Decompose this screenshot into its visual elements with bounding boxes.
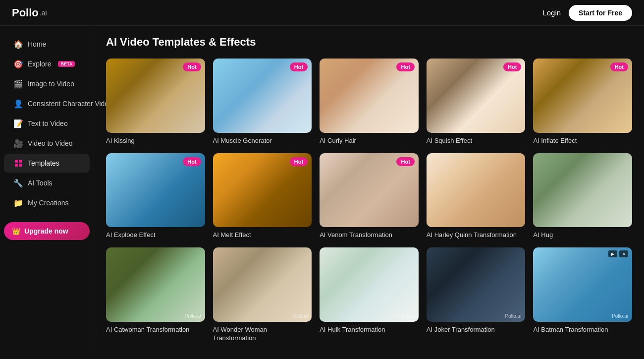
sidebar-item-consistent-character[interactable]: 👤Consistent Character Video — [4, 94, 90, 113]
hot-badge: Hot — [610, 62, 628, 71]
crown-icon: 👑 — [12, 227, 20, 235]
login-button[interactable]: Login — [542, 8, 561, 17]
sidebar-item-my-creations[interactable]: 📁My Creations — [4, 193, 90, 212]
template-card-venom[interactable]: HotAI Venom Transformation — [320, 153, 419, 240]
templates-icon — [14, 159, 23, 168]
template-card-curly-hair[interactable]: HotAI Curly Hair — [320, 59, 419, 145]
template-card-hulk[interactable]: Pollo.aiAI Hulk Transformation — [320, 247, 419, 342]
sidebar-item-explore[interactable]: 🎯ExploreBETA — [4, 55, 90, 73]
templates-label: Templates — [28, 159, 59, 167]
template-label-explode: AI Explode Effect — [106, 231, 205, 239]
template-card-squish[interactable]: HotAI Squish Effect — [427, 59, 526, 145]
sidebar-item-home[interactable]: 🏠Home — [4, 35, 90, 54]
template-thumb-muscle: Hot — [213, 59, 312, 133]
template-thumb-batman: Pollo.ai ▶ ✕ — [533, 247, 632, 322]
template-thumb-harley — [427, 153, 526, 228]
hot-badge: Hot — [396, 157, 414, 166]
my-creations-icon: 📁 — [14, 198, 23, 207]
hot-badge: Hot — [183, 157, 201, 166]
template-label-wonderwoman: AI Wonder Woman Transformation — [213, 326, 312, 343]
video-to-video-label: Video to Video — [28, 139, 73, 147]
template-label-joker: AI Joker Transformation — [427, 326, 526, 334]
logo: Pollo.ai — [12, 6, 47, 19]
video-to-video-icon: 🎥 — [14, 139, 23, 148]
template-label-curly-hair: AI Curly Hair — [320, 137, 419, 145]
svg-rect-3 — [19, 164, 22, 167]
template-label-hug: AI Hug — [533, 231, 632, 239]
my-creations-label: My Creations — [28, 199, 68, 207]
template-thumb-inflate: Hot — [533, 59, 632, 133]
template-card-batman[interactable]: Pollo.ai ▶ ✕ AI Batman Transformation — [533, 247, 632, 342]
sidebar-item-templates[interactable]: Templates — [4, 154, 90, 173]
template-thumb-catwoman: Pollo.ai — [106, 247, 205, 322]
close-icon[interactable]: ✕ — [619, 250, 628, 257]
upgrade-button[interactable]: 👑 Upgrade now — [4, 222, 90, 240]
home-label: Home — [28, 40, 46, 48]
template-card-melt[interactable]: HotAI Melt Effect — [213, 153, 312, 240]
template-card-catwoman[interactable]: Pollo.aiAI Catwoman Transformation — [106, 247, 205, 342]
consistent-character-label: Consistent Character Video — [28, 100, 112, 108]
video-controls: ▶ ✕ — [608, 250, 628, 257]
beta-badge: BETA — [58, 61, 75, 67]
template-label-muscle: AI Muscle Generator — [213, 137, 312, 145]
page-title: AI Video Templates & Effects — [106, 36, 632, 49]
hot-badge: Hot — [396, 62, 414, 71]
explore-icon: 🎯 — [14, 60, 23, 68]
template-thumb-joker: Pollo.ai — [427, 247, 526, 322]
pollo-watermark: Pollo.ai — [291, 313, 308, 319]
sidebar-item-image-to-video[interactable]: 🎬Image to Video — [4, 74, 90, 93]
template-label-catwoman: AI Catwoman Transformation — [106, 326, 205, 334]
consistent-character-icon: 👤 — [14, 99, 23, 108]
ai-tools-icon: 🔧 — [14, 179, 23, 187]
template-card-wonderwoman[interactable]: Pollo.aiAI Wonder Woman Transformation — [213, 247, 312, 342]
sidebar-item-video-to-video[interactable]: 🎥Video to Video — [4, 134, 90, 153]
svg-rect-1 — [19, 160, 22, 163]
main-layout: 🏠Home🎯ExploreBETA🎬Image to Video👤Consist… — [0, 26, 644, 359]
template-label-kissing: AI Kissing — [106, 137, 205, 145]
template-label-batman: AI Batman Transformation — [533, 326, 632, 334]
template-thumb-wonderwoman: Pollo.ai — [213, 247, 312, 322]
template-card-explode[interactable]: HotAI Explode Effect — [106, 153, 205, 240]
template-label-hulk: AI Hulk Transformation — [320, 326, 419, 334]
header: Pollo.ai Login Start for Free — [0, 0, 644, 26]
template-label-melt: AI Melt Effect — [213, 231, 312, 239]
template-thumb-melt: Hot — [213, 153, 312, 228]
start-for-free-button[interactable]: Start for Free — [569, 5, 632, 21]
play-icon[interactable]: ▶ — [608, 250, 617, 257]
pollo-watermark: Pollo.ai — [185, 313, 201, 319]
text-to-video-label: Text to Video — [28, 120, 68, 127]
template-card-muscle[interactable]: HotAI Muscle Generator — [213, 59, 312, 145]
template-card-inflate[interactable]: HotAI Inflate Effect — [533, 59, 632, 145]
logo-text: Pollo — [12, 6, 39, 19]
hot-badge: Hot — [290, 157, 308, 166]
pollo-watermark: Pollo.ai — [398, 313, 415, 319]
svg-rect-0 — [15, 160, 18, 163]
template-label-harley: AI Harley Quinn Transformation — [427, 231, 526, 239]
template-card-kissing[interactable]: HotAI Kissing — [106, 59, 205, 145]
templates-grid: HotAI KissingHotAI Muscle GeneratorHotAI… — [106, 59, 632, 343]
sidebar-nav: 🏠Home🎯ExploreBETA🎬Image to Video👤Consist… — [0, 35, 94, 212]
explore-label: Explore — [28, 60, 51, 68]
sidebar-item-ai-tools[interactable]: 🔧AI Tools — [4, 174, 90, 192]
hot-badge: Hot — [183, 62, 201, 71]
svg-rect-2 — [15, 164, 18, 167]
template-thumb-hulk: Pollo.ai — [320, 247, 419, 322]
home-icon: 🏠 — [14, 40, 23, 49]
sidebar-item-text-to-video[interactable]: 📝Text to Video — [4, 114, 90, 133]
ai-tools-label: AI Tools — [28, 179, 53, 187]
content-area: AI Video Templates & Effects HotAI Kissi… — [94, 26, 644, 359]
hot-badge: Hot — [503, 62, 521, 71]
text-to-video-icon: 📝 — [14, 119, 23, 128]
template-card-harley[interactable]: AI Harley Quinn Transformation — [427, 153, 526, 240]
template-card-joker[interactable]: Pollo.aiAI Joker Transformation — [427, 247, 526, 342]
pollo-watermark: Pollo.ai — [505, 313, 522, 319]
template-card-hug[interactable]: AI Hug — [533, 153, 632, 240]
template-thumb-hug — [533, 153, 632, 228]
upgrade-label: Upgrade now — [24, 227, 68, 235]
template-label-squish: AI Squish Effect — [427, 137, 526, 145]
hot-badge: Hot — [290, 62, 308, 71]
template-thumb-curly-hair: Hot — [320, 59, 419, 133]
sidebar: 🏠Home🎯ExploreBETA🎬Image to Video👤Consist… — [0, 26, 94, 359]
template-thumb-explode: Hot — [106, 153, 205, 228]
template-thumb-kissing: Hot — [106, 59, 205, 133]
